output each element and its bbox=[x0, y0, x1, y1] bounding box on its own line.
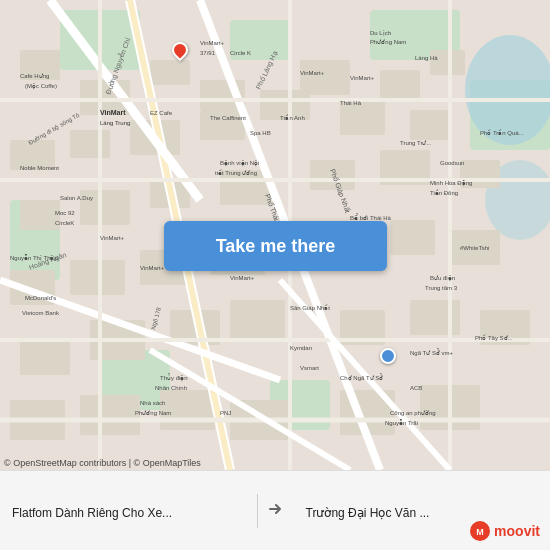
svg-text:Moc 92: Moc 92 bbox=[55, 210, 75, 216]
start-pin bbox=[172, 42, 188, 58]
svg-text:VinMart+: VinMart+ bbox=[230, 275, 255, 281]
svg-text:#WhiteTshi: #WhiteTshi bbox=[460, 245, 489, 251]
svg-rect-43 bbox=[410, 300, 460, 335]
svg-text:Kymdan: Kymdan bbox=[290, 345, 312, 351]
svg-text:VinMart+: VinMart+ bbox=[300, 70, 325, 76]
svg-text:Du Lịch: Du Lịch bbox=[370, 30, 391, 37]
svg-text:Bệnh viện Nội: Bệnh viện Nội bbox=[220, 160, 259, 167]
svg-text:Noble Moment: Noble Moment bbox=[20, 165, 59, 171]
svg-text:Circle K: Circle K bbox=[230, 50, 251, 56]
svg-rect-38 bbox=[20, 340, 70, 375]
svg-text:Láng Hà: Láng Hà bbox=[415, 55, 438, 61]
svg-text:37/91: 37/91 bbox=[200, 50, 216, 56]
svg-rect-36 bbox=[390, 220, 435, 255]
svg-text:Salon A.Duy: Salon A.Duy bbox=[60, 195, 93, 201]
svg-text:PNJ: PNJ bbox=[220, 410, 231, 416]
svg-text:VinMart+: VinMart+ bbox=[350, 75, 375, 81]
svg-rect-41 bbox=[230, 300, 285, 340]
svg-text:Trần Anh: Trần Anh bbox=[280, 114, 305, 121]
svg-text:EZ Cafe: EZ Cafe bbox=[150, 110, 173, 116]
svg-text:Phương Nam: Phương Nam bbox=[135, 410, 171, 416]
svg-text:VinMart+: VinMart+ bbox=[200, 40, 225, 46]
direction-arrow-icon bbox=[266, 499, 286, 522]
svg-rect-32 bbox=[70, 260, 125, 295]
moovit-logo: M moovit bbox=[469, 520, 540, 542]
svg-text:Phố Trần Quá...: Phố Trần Quá... bbox=[480, 129, 524, 136]
svg-rect-16 bbox=[430, 50, 465, 75]
svg-rect-18 bbox=[70, 130, 110, 158]
end-pin bbox=[380, 348, 396, 364]
svg-text:Phố Tây Sơ...: Phố Tây Sơ... bbox=[475, 334, 513, 341]
svg-text:Nguyễn Trãi: Nguyễn Trãi bbox=[385, 419, 418, 426]
svg-text:Vietcom Bank: Vietcom Bank bbox=[22, 310, 60, 316]
map-attribution: © OpenStreetMap contributors | © OpenMap… bbox=[4, 458, 201, 468]
svg-text:tiết Trung ương: tiết Trung ương bbox=[215, 169, 257, 176]
to-value: Trường Đại Học Văn ... bbox=[306, 506, 539, 520]
take-me-there-button[interactable]: Take me there bbox=[164, 221, 387, 271]
map-view[interactable]: Đường Nguyễn Chí Phố Láng Hạ Hoàng Ngân … bbox=[0, 0, 550, 470]
svg-text:Goodsun: Goodsun bbox=[440, 160, 464, 166]
svg-text:ACB: ACB bbox=[410, 385, 422, 391]
svg-rect-46 bbox=[80, 395, 140, 435]
svg-text:(Mộc Coffe): (Mộc Coffe) bbox=[25, 83, 57, 90]
svg-text:Tiền Đông: Tiền Đông bbox=[430, 189, 458, 196]
svg-rect-15 bbox=[380, 70, 420, 98]
svg-text:Vsmart: Vsmart bbox=[300, 365, 319, 371]
svg-text:M: M bbox=[476, 527, 484, 537]
svg-text:VinMart: VinMart bbox=[100, 109, 126, 116]
svg-rect-23 bbox=[410, 110, 450, 140]
svg-text:Thái Hà: Thái Hà bbox=[340, 100, 362, 106]
svg-rect-14 bbox=[300, 60, 350, 95]
svg-text:Nguyễn Thị Thập: Nguyễn Thị Thập bbox=[10, 254, 58, 262]
svg-text:CircleK: CircleK bbox=[55, 220, 74, 226]
svg-text:The Caffinent: The Caffinent bbox=[210, 115, 246, 121]
svg-text:Minh Hoa Đặng: Minh Hoa Đặng bbox=[430, 180, 472, 187]
svg-text:Bể bơi Thái Hà: Bể bơi Thái Hà bbox=[350, 213, 392, 221]
svg-text:Bưu điện: Bưu điện bbox=[430, 275, 455, 282]
svg-text:Ngã Tư Sở vm+: Ngã Tư Sở vm+ bbox=[410, 348, 454, 356]
svg-text:Công an phường: Công an phường bbox=[390, 410, 436, 416]
svg-text:McDonald's: McDonald's bbox=[25, 295, 56, 301]
svg-text:Cafe Hưng: Cafe Hưng bbox=[20, 73, 49, 79]
bottom-navigation-bar: Flatfom Dành Riêng Cho Xe... Trường Đại … bbox=[0, 470, 550, 550]
svg-text:Thủy điện: Thủy điện bbox=[160, 373, 188, 382]
svg-text:Chợ Ngã Tư Sở: Chợ Ngã Tư Sở bbox=[340, 373, 383, 382]
from-value: Flatfom Dành Riêng Cho Xe... bbox=[12, 506, 245, 520]
svg-text:Spa HB: Spa HB bbox=[250, 130, 271, 136]
svg-rect-24 bbox=[20, 200, 60, 230]
svg-text:Trung Trư...: Trung Trư... bbox=[400, 140, 432, 146]
svg-text:VinMart+: VinMart+ bbox=[100, 235, 125, 241]
svg-text:VinMart+: VinMart+ bbox=[140, 265, 165, 271]
svg-text:Nhà sách: Nhà sách bbox=[140, 400, 165, 406]
svg-text:Phương Nam: Phương Nam bbox=[370, 39, 406, 45]
svg-text:Láng Trung: Láng Trung bbox=[100, 120, 130, 126]
from-location[interactable]: Flatfom Dành Riêng Cho Xe... bbox=[0, 494, 258, 528]
svg-text:Nhân Chính: Nhân Chính bbox=[155, 385, 187, 391]
svg-text:Sân Giáp Nhất: Sân Giáp Nhất bbox=[290, 304, 330, 311]
svg-rect-12 bbox=[150, 60, 190, 85]
svg-text:Trung tâm 3: Trung tâm 3 bbox=[425, 285, 458, 291]
moovit-brand-text: moovit bbox=[494, 523, 540, 539]
